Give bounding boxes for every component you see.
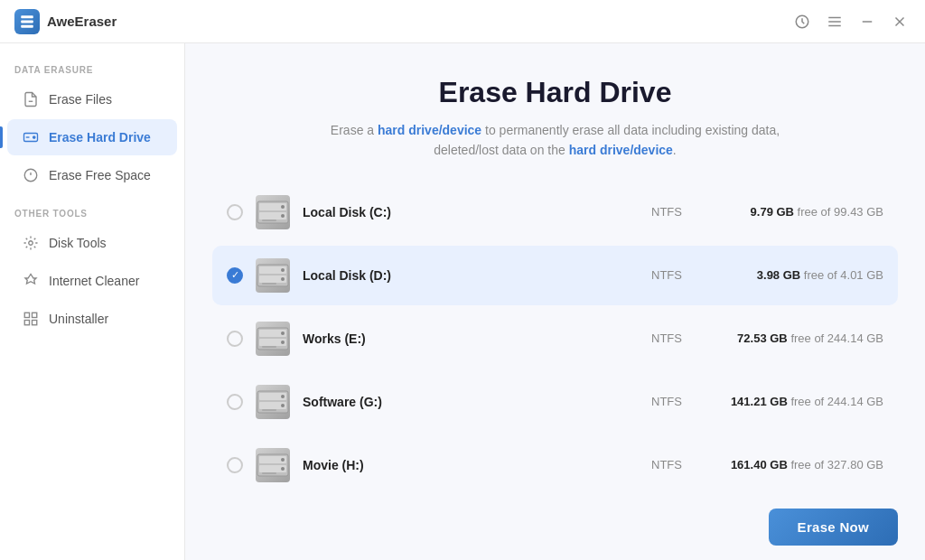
page-title: Erase Hard Drive — [221, 76, 889, 109]
title-bar-controls — [791, 11, 911, 33]
svg-rect-1 — [21, 20, 33, 23]
sidebar: DATA ERASURE Erase Files Erase — [0, 43, 185, 560]
drive-row[interactable]: ✓ Works (E:)NTFS72.53 GB free of 244.14 … — [212, 309, 898, 369]
content-area: Erase Hard Drive Erase a hard drive/devi… — [185, 43, 925, 560]
drive-size: 161.40 GB free of 327.80 GB — [703, 458, 883, 471]
sidebar-item-internet-cleaner-label: Internet Cleaner — [49, 274, 139, 288]
svg-point-49 — [281, 458, 285, 462]
uninstaller-icon — [22, 310, 40, 328]
sidebar-item-internet-cleaner[interactable]: Internet Cleaner — [7, 263, 177, 299]
sidebar-item-erase-free-space[interactable]: Erase Free Space — [7, 157, 177, 193]
internet-cleaner-icon — [22, 272, 40, 290]
svg-rect-33 — [262, 283, 276, 285]
drive-size: 72.53 GB free of 244.14 GB — [703, 331, 883, 345]
disk-tools-icon — [22, 234, 40, 252]
drive-radio: ✓ — [227, 204, 243, 220]
drive-filesystem: NTFS — [631, 268, 703, 282]
svg-rect-21 — [33, 321, 37, 325]
svg-point-25 — [281, 205, 285, 209]
drive-name: Local Disk (C:) — [303, 205, 631, 219]
drive-list[interactable]: ✓ Local Disk (C:)NTFS9.79 GB free of 99.… — [185, 182, 925, 494]
drive-icon — [256, 258, 290, 293]
drive-icon — [256, 448, 290, 482]
svg-point-38 — [281, 341, 285, 344]
sidebar-item-disk-tools-label: Disk Tools — [49, 236, 107, 250]
sidebar-item-disk-tools[interactable]: Disk Tools — [7, 225, 177, 261]
svg-rect-0 — [21, 15, 33, 18]
drive-name: Software (G:) — [303, 395, 631, 409]
svg-point-26 — [281, 214, 285, 218]
sidebar-item-uninstaller[interactable]: Uninstaller — [7, 301, 177, 337]
drive-filesystem: NTFS — [631, 458, 703, 471]
erase-files-icon — [22, 90, 40, 108]
drive-radio: ✓ — [227, 457, 243, 473]
svg-rect-27 — [262, 219, 276, 221]
svg-point-32 — [281, 277, 285, 281]
drive-row[interactable]: ✓ Local Disk (D:)NTFS3.98 GB free of 4.0… — [212, 246, 898, 305]
svg-rect-20 — [24, 321, 29, 325]
drive-row[interactable]: ✓ Local Disk (C:)NTFS9.79 GB free of 99.… — [212, 182, 898, 242]
drive-name: Works (E:) — [303, 331, 631, 346]
svg-point-43 — [281, 395, 285, 398]
title-bar: AweEraser — [0, 0, 925, 43]
menu-icon[interactable] — [824, 11, 846, 33]
drive-radio-check: ✓ — [231, 269, 239, 281]
sidebar-item-uninstaller-label: Uninstaller — [49, 312, 108, 326]
page-description: Erase a hard drive/device to permanently… — [221, 120, 889, 161]
erase-hard-drive-icon — [22, 128, 40, 146]
app-title: AweEraser — [47, 14, 117, 29]
svg-point-31 — [281, 268, 285, 272]
svg-point-17 — [29, 241, 33, 246]
sidebar-item-erase-files[interactable]: Erase Files — [7, 81, 177, 117]
content-footer: Erase Now — [185, 494, 925, 560]
erase-now-button[interactable]: Erase Now — [769, 509, 898, 546]
drive-name: Movie (H:) — [303, 458, 631, 472]
drive-radio: ✓ — [227, 394, 243, 410]
svg-rect-2 — [21, 24, 33, 27]
drive-filesystem: NTFS — [631, 395, 703, 408]
svg-point-37 — [281, 331, 285, 335]
sidebar-item-erase-hard-drive[interactable]: Erase Hard Drive — [7, 119, 177, 155]
main-layout: DATA ERASURE Erase Files Erase — [0, 43, 925, 560]
drive-row[interactable]: ✓ Software (G:)NTFS141.21 GB free of 244… — [212, 372, 898, 432]
drive-radio: ✓ — [227, 267, 243, 284]
data-erasure-label: DATA ERASURE — [0, 65, 184, 75]
minimize-icon[interactable] — [856, 11, 878, 33]
svg-rect-45 — [262, 409, 276, 411]
other-tools-label: OTHER TOOLS — [0, 209, 184, 219]
drive-size: 3.98 GB free of 4.01 GB — [703, 268, 883, 282]
sidebar-item-erase-free-space-label: Erase Free Space — [49, 168, 151, 182]
drive-radio: ✓ — [227, 331, 243, 347]
drive-filesystem: NTFS — [631, 205, 703, 219]
svg-rect-18 — [24, 313, 29, 317]
drive-size: 141.21 GB free of 244.14 GB — [703, 395, 883, 408]
svg-point-12 — [33, 136, 35, 138]
drive-filesystem: NTFS — [631, 331, 703, 345]
sidebar-item-erase-files-label: Erase Files — [49, 92, 112, 107]
app-icon — [14, 9, 40, 34]
drive-size: 9.79 GB free of 99.43 GB — [703, 205, 883, 219]
svg-point-50 — [281, 467, 285, 471]
svg-rect-39 — [262, 346, 276, 348]
drive-icon — [256, 385, 290, 419]
svg-point-44 — [281, 404, 285, 407]
erase-free-space-icon — [22, 166, 40, 184]
history-icon[interactable] — [791, 11, 813, 33]
svg-rect-51 — [262, 472, 276, 474]
title-bar-left: AweEraser — [14, 9, 117, 34]
content-header: Erase Hard Drive Erase a hard drive/devi… — [185, 43, 925, 182]
drive-icon — [256, 195, 290, 229]
drive-icon — [256, 322, 290, 356]
svg-rect-19 — [33, 313, 37, 317]
sidebar-item-erase-hard-drive-label: Erase Hard Drive — [49, 130, 151, 145]
drive-name: Local Disk (D:) — [303, 268, 631, 283]
drive-row[interactable]: ✓ Movie (H:)NTFS161.40 GB free of 327.80… — [212, 435, 898, 494]
close-icon[interactable] — [889, 11, 911, 33]
